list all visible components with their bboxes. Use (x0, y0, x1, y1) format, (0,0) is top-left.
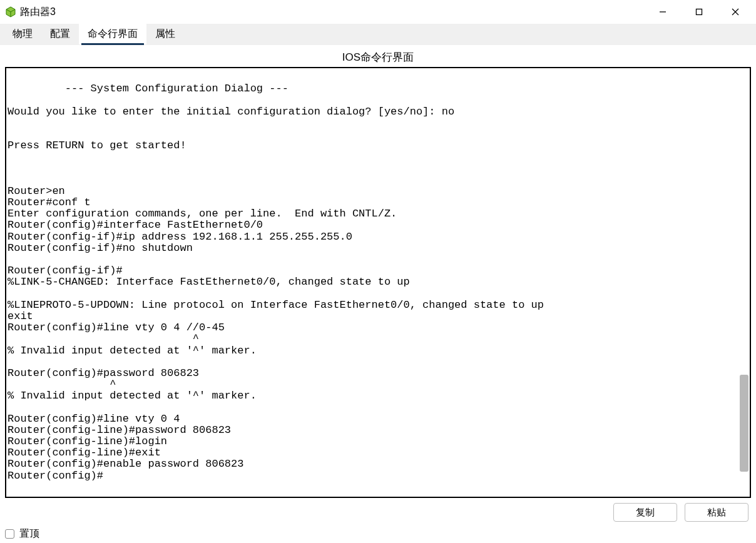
tabstrip: 物理 配置 命令行界面 属性 (0, 24, 756, 45)
terminal-buttons: 复制 粘贴 (5, 498, 751, 522)
content-area: IOS命令行界面 --- System Configuration Dialog… (0, 45, 756, 525)
tab-attributes[interactable]: 属性 (146, 24, 184, 44)
close-button[interactable] (717, 2, 753, 22)
terminal-container: --- System Configuration Dialog --- Woul… (5, 67, 751, 498)
window-title: 路由器3 (20, 6, 56, 19)
panel-subtitle: IOS命令行界面 (5, 45, 751, 67)
pin-top-checkbox[interactable] (5, 529, 14, 539)
terminal-scrollbar[interactable] (738, 68, 750, 497)
scrollbar-thumb[interactable] (740, 375, 748, 472)
cli-terminal[interactable]: --- System Configuration Dialog --- Woul… (6, 68, 738, 497)
titlebar: 路由器3 (0, 0, 756, 24)
tab-physical[interactable]: 物理 (4, 24, 41, 44)
minimize-button[interactable] (645, 2, 681, 22)
window-controls (645, 2, 753, 22)
copy-button[interactable]: 复制 (613, 503, 677, 522)
tab-config[interactable]: 配置 (41, 24, 79, 44)
footer: 置顶 (0, 525, 756, 543)
paste-button[interactable]: 粘贴 (685, 503, 748, 522)
tab-cli[interactable]: 命令行界面 (79, 24, 146, 44)
pin-top-label: 置顶 (19, 527, 39, 540)
svg-rect-3 (697, 9, 702, 15)
app-icon (5, 6, 16, 18)
maximize-button[interactable] (681, 2, 717, 22)
